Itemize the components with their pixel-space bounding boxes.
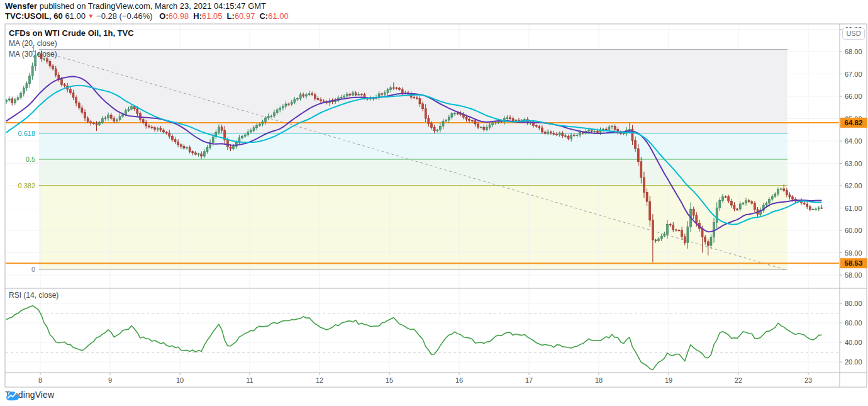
price-level-badge-text: 58.53	[845, 259, 863, 267]
ohlc-label: L:	[227, 11, 235, 21]
fib-level-label: 1	[31, 45, 35, 53]
price-change: −0.28 (−0.46%)	[96, 11, 153, 21]
footer-brand[interactable]: TradingView	[5, 390, 54, 400]
date-tick-label: 23	[804, 376, 812, 384]
rsi-tick-label: 40.00	[845, 339, 862, 346]
ohlc-value: 61.00	[268, 11, 289, 21]
chart-canvas[interactable]: 10.6180.50.382069.0068.0067.0066.0065.00…	[0, 0, 868, 406]
down-triangle-icon: ▼	[88, 13, 94, 20]
date-tick-label: 8	[38, 376, 42, 384]
price-axis[interactable]: 69.0068.0067.0066.0065.0064.0063.0062.00…	[840, 26, 867, 279]
price-tick-label: 60.00	[845, 227, 862, 234]
symbol-name: TVC:USOIL, 60	[5, 11, 63, 21]
ohlc-value: 61.05	[202, 11, 223, 21]
price-tick-label: 59.00	[845, 249, 862, 257]
tradingview-logo-icon	[5, 390, 21, 402]
price-tick-label: 58.00	[845, 271, 862, 279]
rsi-tick-label: 20.00	[845, 358, 862, 366]
price-tick-label: 68.00	[845, 48, 862, 55]
date-tick-label: 19	[665, 376, 672, 384]
price-tick-label: 61.00	[845, 205, 862, 212]
date-tick-label: 22	[735, 376, 742, 384]
author-name: Wensfer	[5, 1, 37, 11]
date-tick-label: 12	[316, 376, 323, 384]
price-tick-label: 64.00	[845, 137, 862, 145]
ohlc-label: O:	[159, 11, 168, 21]
currency-unit-button[interactable]: USD	[842, 28, 865, 40]
date-tick-label: 15	[386, 376, 393, 384]
fib-level-label: 0.5	[26, 155, 35, 163]
rsi-tick-label: 60.00	[845, 319, 862, 327]
price-tick-label: 63.00	[845, 160, 862, 167]
ohlc-label: H:	[193, 11, 202, 21]
rsi-line[interactable]	[6, 306, 821, 370]
fib-level-label: 0.382	[18, 182, 35, 189]
tradingview-snapshot: 10.6180.50.382069.0068.0067.0066.0065.00…	[0, 0, 868, 406]
time-axis[interactable]: 8910111215161718192223	[38, 373, 812, 384]
date-tick-label: 9	[108, 376, 112, 384]
ohlc-value: 60.97	[235, 11, 255, 21]
last-price: 61.00	[65, 11, 86, 21]
symbol-line: TVC:USOIL, 60 61.00 ▼ −0.28 (−0.46%) O:6…	[5, 11, 289, 21]
fib-level-label: 0	[31, 266, 35, 273]
price-tick-label: 66.00	[845, 93, 862, 100]
date-tick-label: 18	[595, 376, 603, 384]
date-tick-label: 11	[246, 376, 253, 384]
date-tick-label: 10	[176, 376, 184, 384]
ohlc-value: 60.98	[169, 11, 189, 21]
ohlc-label: C:	[259, 11, 268, 21]
date-tick-label: 16	[455, 376, 463, 384]
publish-line: Wensfer published on TradingView.com, Ma…	[5, 1, 266, 11]
fib-level-label: 0.618	[18, 130, 35, 137]
rsi-axis[interactable]: 80.0060.0040.0020.00	[840, 300, 862, 366]
price-level-badge-text: 64.82	[845, 119, 863, 127]
date-tick-label: 17	[525, 376, 533, 384]
publish-text: published on TradingView.com, March 23, …	[37, 1, 266, 11]
price-tick-label: 67.00	[845, 70, 862, 78]
ohlc-values: O:60.98H:61.05L:60.97C:61.00	[155, 11, 288, 21]
price-tick-label: 62.00	[845, 182, 862, 189]
rsi-tick-label: 80.00	[845, 300, 862, 307]
